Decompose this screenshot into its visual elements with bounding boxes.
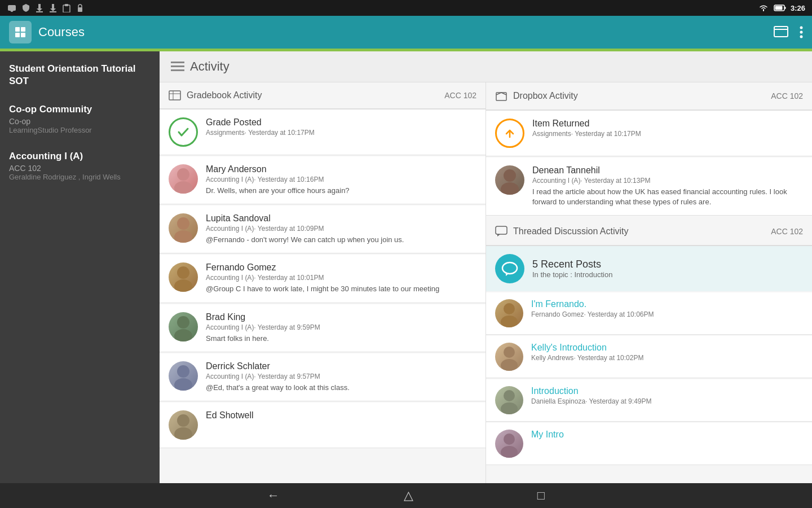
svg-point-34 bbox=[174, 279, 192, 292]
denean-item[interactable]: Denean Tannehil Accounting I (A)· Yester… bbox=[486, 157, 812, 216]
derrick-text: @Ed, that's a great way to look at this … bbox=[206, 383, 476, 393]
disc-kelly-content: Kelly's Introduction Kelly Andrews· Yest… bbox=[531, 343, 803, 362]
discussion-bubble-icon bbox=[495, 254, 524, 283]
svg-point-37 bbox=[177, 365, 189, 378]
dropbox-section-header: Dropbox Activity ACC 102 bbox=[486, 82, 812, 111]
denean-avatar-svg bbox=[495, 165, 524, 195]
disc-kelly-svg bbox=[495, 343, 523, 371]
svg-rect-12 bbox=[775, 6, 782, 10]
clipboard-icon bbox=[62, 3, 71, 12]
left-column: Gradebook Activity ACC 102 Grade Posted … bbox=[160, 82, 486, 483]
window-icon[interactable] bbox=[774, 26, 788, 38]
right-column: Dropbox Activity ACC 102 Item Returned bbox=[486, 82, 812, 483]
grade-posted-title: Grade Posted bbox=[206, 117, 476, 128]
feed-post-2[interactable]: Fernando Gomez Accounting I (A)· Yesterd… bbox=[160, 255, 486, 303]
grade-posted-item[interactable]: Grade Posted Assignments· Yesterday at 1… bbox=[160, 110, 486, 155]
discussion-badge: ACC 102 bbox=[771, 227, 803, 236]
svg-marker-3 bbox=[37, 8, 42, 11]
app-title: Courses bbox=[38, 25, 85, 40]
ed-content: Ed Shotwell bbox=[206, 410, 476, 421]
svg-rect-7 bbox=[50, 11, 56, 12]
svg-point-30 bbox=[174, 181, 192, 194]
sidebar-item-coop[interactable]: Co-op Community Co-op LearningStudio Pro… bbox=[9, 103, 151, 134]
chat-icon bbox=[501, 261, 518, 277]
svg-marker-48 bbox=[506, 273, 509, 276]
home-button[interactable]: △ bbox=[404, 488, 413, 503]
svg-rect-10 bbox=[78, 7, 82, 12]
ed-avatar-svg bbox=[169, 410, 198, 440]
gradebook-title: Gradebook Activity bbox=[187, 90, 262, 100]
discussion-post-2[interactable]: Introduction Daniella Espinoza· Yesterda… bbox=[486, 379, 812, 422]
lupita-name: Lupita Sandoval bbox=[206, 213, 476, 224]
feed-post-4[interactable]: Derrick Schlater Accounting I (A)· Yeste… bbox=[160, 353, 486, 401]
feed-post-3[interactable]: Brad King Accounting I (A)· Yesterday at… bbox=[160, 304, 486, 352]
discussion-post-3[interactable]: My Intro bbox=[486, 423, 812, 465]
sidebar-item-acc-sub: ACC 102 bbox=[9, 164, 151, 173]
svg-rect-15 bbox=[21, 27, 25, 32]
clock: 3:26 bbox=[791, 4, 805, 12]
feed-post-5[interactable]: Ed Shotwell bbox=[160, 402, 486, 448]
sidebar-item-sot[interactable]: Student Orientation Tutorial SOT bbox=[9, 63, 151, 87]
disc-fernando-svg bbox=[495, 299, 523, 327]
ed-avatar bbox=[169, 410, 198, 440]
fernando-text: @Group C I have to work late, I might be… bbox=[206, 284, 476, 294]
download1-icon bbox=[35, 3, 44, 12]
disc-fernando-meta: Fernando Gomez· Yesterday at 10:06PM bbox=[531, 310, 803, 318]
status-icons-right: 3:26 bbox=[758, 4, 805, 12]
svg-point-38 bbox=[174, 378, 192, 391]
brad-name: Brad King bbox=[206, 312, 476, 322]
feed-post-1[interactable]: Lupita Sandoval Accounting I (A)· Yester… bbox=[160, 205, 486, 253]
svg-point-20 bbox=[800, 27, 803, 29]
lupita-text: @Fernando - don't worry! We can catch up… bbox=[206, 235, 476, 245]
svg-rect-9 bbox=[65, 4, 68, 6]
recent-posts-item[interactable]: 5 Recent Posts In the topic : Introducti… bbox=[486, 246, 812, 291]
status-bar: 3:26 bbox=[0, 0, 812, 16]
discussion-post-1[interactable]: Kelly's Introduction Kelly Andrews· Yest… bbox=[486, 336, 812, 378]
disc-daniella-title: Introduction bbox=[531, 386, 803, 396]
item-returned-content: Item Returned Assignments· Yesterday at … bbox=[532, 119, 803, 138]
back-button[interactable]: ← bbox=[267, 488, 280, 503]
fernando-content: Fernando Gomez Accounting I (A)· Yesterd… bbox=[206, 262, 476, 294]
recent-apps-button[interactable]: □ bbox=[537, 488, 545, 503]
content-area: Activity Gradebook Activity ACC 102 bbox=[160, 51, 812, 483]
svg-rect-14 bbox=[15, 27, 20, 32]
app-bar: Courses bbox=[0, 16, 812, 49]
svg-point-50 bbox=[501, 316, 518, 327]
courses-icon bbox=[14, 25, 27, 39]
mary-content: Mary Anderson Accounting I (A)· Yesterda… bbox=[206, 164, 476, 196]
svg-rect-13 bbox=[784, 7, 785, 9]
feed-post-0[interactable]: Mary Anderson Accounting I (A)· Yesterda… bbox=[160, 156, 486, 204]
lupita-meta: Accounting I (A)· Yesterday at 10:09PM bbox=[206, 225, 476, 233]
brad-content: Brad King Accounting I (A)· Yesterday at… bbox=[206, 312, 476, 344]
sidebar-item-acc[interactable]: Accounting I (A) ACC 102 Geraldine Rodri… bbox=[9, 150, 151, 181]
svg-rect-24 bbox=[171, 65, 184, 67]
svg-rect-4 bbox=[36, 11, 43, 12]
denean-text: I read the article about how the UK has … bbox=[532, 187, 803, 207]
lupita-avatar bbox=[169, 213, 198, 243]
svg-point-31 bbox=[177, 217, 189, 230]
brad-meta: Accounting I (A)· Yesterday at 9:59PM bbox=[206, 323, 476, 331]
disc-myintro-title: My Intro bbox=[531, 430, 803, 440]
item-returned-item[interactable]: Item Returned Assignments· Yesterday at … bbox=[486, 111, 812, 156]
denean-meta: Accounting I (A)· Yesterday at 10:13PM bbox=[532, 177, 803, 185]
bottom-nav: ← △ □ bbox=[0, 483, 812, 508]
more-icon[interactable] bbox=[800, 26, 803, 38]
item-returned-meta: Assignments· Yesterday at 10:17PM bbox=[532, 130, 803, 138]
grade-check-icon bbox=[169, 117, 198, 147]
disc-myintro-content: My Intro bbox=[531, 430, 803, 440]
two-column-layout: Gradebook Activity ACC 102 Grade Posted … bbox=[160, 82, 812, 483]
battery-icon bbox=[774, 4, 786, 12]
lupita-avatar-svg bbox=[169, 213, 198, 243]
svg-rect-17 bbox=[21, 33, 25, 37]
checkmark-icon bbox=[175, 124, 191, 140]
denean-content: Denean Tannehil Accounting I (A)· Yester… bbox=[532, 165, 803, 207]
app-bar-left: Courses bbox=[9, 21, 85, 43]
svg-rect-2 bbox=[38, 4, 41, 8]
discussion-post-0[interactable]: I'm Fernando. Fernando Gomez· Yesterday … bbox=[486, 292, 812, 335]
denean-name: Denean Tannehil bbox=[532, 165, 803, 176]
gradebook-badge: ACC 102 bbox=[444, 91, 476, 100]
main-layout: Student Orientation Tutorial SOT Co-op C… bbox=[0, 51, 812, 483]
recent-posts-content: 5 Recent Posts In the topic : Introducti… bbox=[532, 259, 612, 279]
activity-title: Activity bbox=[190, 59, 230, 74]
download2-icon bbox=[48, 3, 58, 12]
